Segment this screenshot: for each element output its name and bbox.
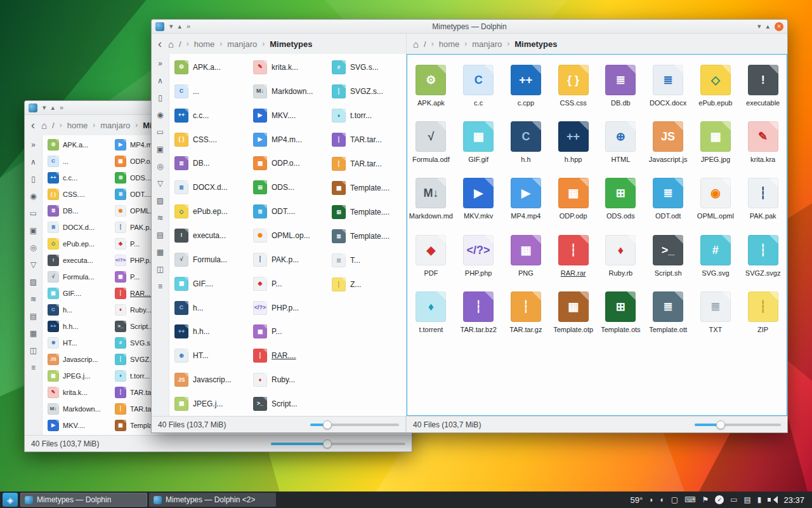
preview-icon[interactable]: ▨ xyxy=(155,195,166,206)
taskbar-task[interactable]: Mimetypes — Dolphin xyxy=(20,493,147,507)
file-item[interactable]: ⊞Template.... xyxy=(329,200,406,224)
file-item[interactable]: ┆TAR.tar... xyxy=(329,128,406,152)
chevrons-right-icon[interactable]: » xyxy=(28,139,39,150)
zoom-slider[interactable] xyxy=(310,420,399,429)
volume-icon[interactable] xyxy=(768,496,777,504)
back-icon[interactable]: ‹ xyxy=(31,119,35,132)
file-item[interactable]: ⊞ODS... xyxy=(251,175,329,199)
file-item[interactable]: ≣Template.... xyxy=(329,224,406,248)
file-item[interactable]: ┆TAR.tar.bz2 xyxy=(455,285,502,342)
breadcrumb-segment[interactable]: manjaro xyxy=(472,39,502,49)
file-item[interactable]: { }CSS.... xyxy=(45,186,112,203)
split-view-icon[interactable]: ◫ xyxy=(155,264,166,275)
filter-icon[interactable]: ▽ xyxy=(155,178,166,189)
file-item[interactable]: JSJavascript.js xyxy=(645,115,692,171)
clipboard-icon[interactable]: ▤ xyxy=(744,496,751,504)
file-item[interactable]: ▦JPEG.jpg xyxy=(692,115,740,171)
display-icon[interactable]: ▭ xyxy=(730,496,737,504)
menu-icon[interactable]: ≡ xyxy=(155,281,166,292)
details-view-icon[interactable]: ▤ xyxy=(155,229,166,241)
file-item[interactable]: #SVG.s... xyxy=(329,55,406,79)
slider-track[interactable] xyxy=(271,443,405,445)
file-item[interactable]: ++c.c... xyxy=(45,170,112,186)
file-item[interactable]: ≣ODT.odt xyxy=(645,171,692,228)
bookmark-icon[interactable]: ▯ xyxy=(155,92,166,104)
titlebar-pin-icon[interactable]: ▾ xyxy=(169,23,173,30)
file-item[interactable]: ▦Template.otp xyxy=(549,285,597,342)
close-icon[interactable]: × xyxy=(775,22,783,31)
file-item[interactable]: ≣DB... xyxy=(45,203,112,219)
search-icon[interactable]: ◎ xyxy=(28,242,39,253)
file-item[interactable]: ┆SVGZ.svgz xyxy=(739,229,787,285)
home-icon[interactable]: ⌂ xyxy=(41,120,47,131)
file-item[interactable]: >_Script... xyxy=(251,392,329,416)
file-item[interactable]: ⊕HT... xyxy=(172,344,251,368)
file-item[interactable]: { }CSS.... xyxy=(172,128,251,152)
file-item[interactable]: </?>PHP.php xyxy=(455,229,502,285)
terminal-icon[interactable]: ▭ xyxy=(28,208,39,219)
breadcrumb-segment[interactable]: manjaro xyxy=(100,121,130,130)
file-item[interactable]: C... xyxy=(172,79,251,104)
file-item[interactable]: ≣T... xyxy=(329,248,406,272)
folder-icon[interactable]: ▣ xyxy=(28,225,39,236)
file-item[interactable]: !executable xyxy=(739,58,787,115)
icons-view-icon[interactable]: ▦ xyxy=(155,246,166,258)
chevrons-right-icon[interactable]: » xyxy=(155,58,166,69)
breadcrumb-segment[interactable]: Mimetypes xyxy=(514,39,557,49)
file-item[interactable]: !executa... xyxy=(45,252,112,269)
sort-icon[interactable]: ≋ xyxy=(155,212,166,224)
file-item[interactable]: ▶MP4.m... xyxy=(251,128,329,152)
file-item[interactable]: ◇ePub.ep... xyxy=(45,236,112,252)
file-item[interactable]: ▦P... xyxy=(251,319,329,344)
titlebar-up-icon[interactable]: ▴ xyxy=(51,104,55,111)
file-item[interactable]: ++c.c... xyxy=(172,104,251,128)
file-item[interactable]: √Formula... xyxy=(172,248,251,272)
dolphin-window[interactable]: ▾ ▴ » Mimetypes — Dolphin ▾ ▴ × ‹ ⌂ /›ho… xyxy=(151,19,788,433)
file-item[interactable]: ▦PNG xyxy=(502,229,550,285)
file-item[interactable]: !executa... xyxy=(172,224,251,248)
titlebar-more-icon[interactable]: » xyxy=(60,104,63,111)
file-item[interactable]: ┆RAR.rar xyxy=(549,229,597,285)
file-item[interactable]: ◉OPML.opml xyxy=(692,171,740,228)
file-item[interactable]: M↓Markdown... xyxy=(45,401,112,417)
file-item[interactable]: Ch... xyxy=(172,296,251,320)
file-item[interactable]: ◆PDF xyxy=(407,229,455,285)
minimize-icon[interactable]: ▾ xyxy=(757,23,761,30)
file-item[interactable]: ✎krita.k... xyxy=(251,55,329,79)
file-item[interactable]: ≣DOCX.d... xyxy=(172,175,251,199)
home-icon[interactable]: ⌂ xyxy=(168,39,174,50)
file-item[interactable]: ▦ODP.o... xyxy=(251,151,329,175)
battery-icon[interactable]: ▮ xyxy=(757,496,762,504)
file-item[interactable]: ⚙APK.a... xyxy=(45,137,112,153)
file-item[interactable]: M↓Markdown... xyxy=(251,79,329,104)
breadcrumb-segment[interactable]: / xyxy=(424,39,426,49)
search-icon[interactable]: ◎ xyxy=(155,161,166,172)
file-item[interactable]: ≣DOCX.d... xyxy=(45,219,112,236)
icons-view-icon[interactable]: ▦ xyxy=(28,328,39,339)
file-item[interactable]: ┆ZIP xyxy=(739,285,787,342)
file-item[interactable]: ⚙APK.apk xyxy=(407,58,455,115)
file-item[interactable]: ≣ODT.... xyxy=(251,199,329,224)
bookmark-icon[interactable]: ▯ xyxy=(28,173,39,185)
details-view-icon[interactable]: ▤ xyxy=(28,311,39,322)
file-item[interactable]: ▦GIF.gif xyxy=(455,115,502,171)
file-item[interactable]: √Formula... xyxy=(45,269,112,285)
water-drop-icon[interactable]: ◗ xyxy=(649,496,653,504)
titlebar-more-icon[interactable]: » xyxy=(187,23,190,30)
chevron-up-icon[interactable]: ∧ xyxy=(28,156,39,168)
file-item[interactable]: ⊕HTML xyxy=(597,115,645,171)
file-item[interactable]: ┆SVGZ.s... xyxy=(329,79,406,104)
file-item[interactable]: ✎krita.kra xyxy=(739,115,787,171)
file-item[interactable]: ++h.hpp xyxy=(549,115,597,171)
titlebar-pin-icon[interactable]: ▾ xyxy=(43,104,46,111)
keyboard-icon[interactable]: ⌨ xyxy=(684,496,695,504)
input-language-icon[interactable]: ⚑ xyxy=(702,496,709,504)
file-item[interactable]: M↓Markdown.md xyxy=(407,171,455,228)
home-icon[interactable]: ⌂ xyxy=(413,39,419,50)
night-color-icon[interactable]: ◐ xyxy=(660,496,664,504)
terminal-icon[interactable]: ▭ xyxy=(155,126,166,138)
breadcrumb-segment[interactable]: Mimetypes xyxy=(270,39,312,49)
file-item[interactable]: ▦ODP.odp xyxy=(549,171,597,228)
file-item[interactable]: ++c.cpp xyxy=(502,58,550,115)
breadcrumb-segment[interactable]: home xyxy=(67,121,88,130)
